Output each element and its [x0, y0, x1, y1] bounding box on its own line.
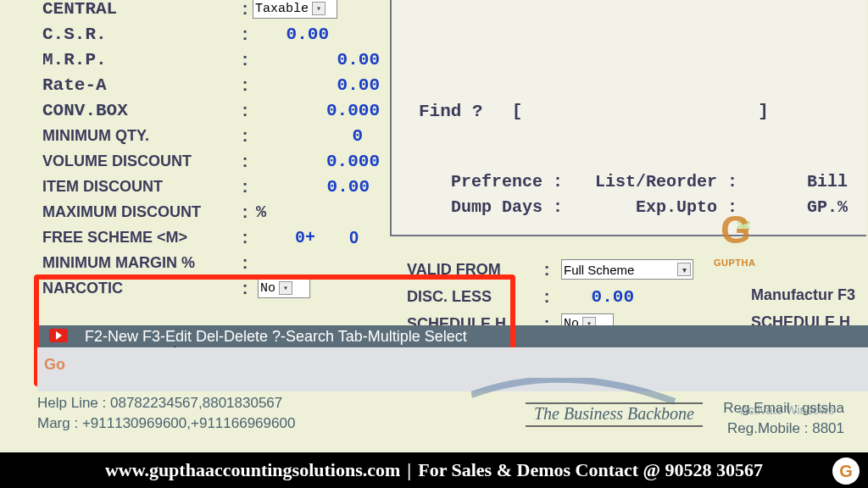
watermark-letter: G [721, 207, 751, 252]
help-line-1: Help Line : 08782234567,8801830567 [37, 393, 295, 413]
colon: : [237, 152, 253, 171]
footer-sep: | [407, 459, 411, 481]
business-backbone-tagline: The Business Backbone [526, 402, 703, 427]
under-status-area: Go [37, 347, 868, 391]
row-voldisc: VOLUME DISCOUNT : 0.000 [42, 148, 415, 174]
label-central: CENTRAL [42, 0, 237, 19]
row-central: CENTRAL : Taxable ▾ [42, 0, 415, 21]
value-mrp: 0.00 [253, 50, 380, 69]
value-itemdisc: 0.00 [253, 177, 370, 197]
row-convbox: CONV.BOX : 0.000 [42, 97, 415, 123]
chevron-down-icon: ▾ [279, 281, 292, 295]
reg-mobile-text: Reg.Mobile : 8801 [727, 420, 844, 437]
select-validfrom[interactable]: Full Scheme ▾ [561, 259, 693, 280]
label-mrp: M.R.P. [42, 50, 237, 69]
bracket-left: [ [512, 102, 523, 121]
colon: : [237, 279, 253, 298]
label-reorder: List/Reorder : [595, 172, 737, 191]
colon: : [237, 50, 253, 69]
footer-contact: For Sales & Demos Contact @ 90528 30567 [418, 459, 763, 481]
youtube-play-icon[interactable] [49, 329, 68, 342]
value-voldisc: 0.000 [253, 152, 380, 171]
value-discless: 0.00 [561, 287, 634, 307]
row-ratea: Rate-A : 0.00 [42, 72, 415, 97]
row-minmargin: MINIMUM MARGIN % : [42, 250, 415, 275]
watermark-caption: GUPTHA [714, 258, 755, 268]
label-csr: C.S.R. [42, 25, 237, 44]
row-itemdisc: ITEM DISCOUNT : 0.00 [42, 174, 415, 199]
chevron-down-icon: ▾ [677, 263, 691, 276]
percent-symbol: % [256, 202, 266, 222]
row-minqty: MINIMUM QTY. : 0 [42, 123, 415, 148]
value-ratea: 0.00 [253, 75, 380, 95]
label-freescheme: FREE SCHEME <M> [42, 229, 237, 247]
value-freescheme-left: 0+ [295, 228, 315, 247]
select-central-value: Taxable [255, 2, 309, 16]
row-maxdisc: MAXIMUM DISCOUNT : % [42, 199, 415, 225]
guptha-watermark: ❃ G GUPTHA [712, 212, 763, 263]
label-manufactur: Manufactur F3 [751, 286, 855, 313]
select-validfrom-value: Full Scheme [564, 263, 634, 277]
colon: : [237, 0, 253, 19]
label-convbox: CONV.BOX [42, 101, 237, 120]
row-csr: C.S.R. : 0.00 [42, 21, 415, 47]
label-itemdisc: ITEM DISCOUNT [42, 178, 237, 196]
label-ratea: Rate-A [42, 75, 237, 95]
help-phone-block: Help Line : 08782234567,8801830567 Marg … [37, 393, 295, 434]
colon: : [237, 228, 253, 247]
colon: : [539, 260, 554, 280]
bracket-right: ] [758, 102, 769, 121]
colon: : [237, 75, 253, 95]
keyboard-help-text: F2-New F3-Edit Del-Delete ?-Search Tab-M… [85, 328, 467, 346]
value-convbox: 0.000 [253, 101, 380, 120]
label-dumpdays: Dump Days : [451, 197, 563, 217]
help-line-2: Marg : +911130969600,+911166969600 [37, 413, 295, 434]
label-voldisc: VOLUME DISCOUNT [42, 152, 237, 170]
colon: : [237, 202, 253, 222]
colon: : [237, 177, 253, 197]
colon: : [237, 126, 253, 146]
colon: : [237, 253, 253, 273]
left-form-column: CENTRAL : Taxable ▾ C.S.R. : 0.00 M.R.P.… [42, 0, 415, 301]
label-maxdisc: MAXIMUM DISCOUNT [42, 203, 237, 221]
row-validfrom: VALID FROM : Full Scheme ▾ [407, 256, 693, 283]
label-prefrence: Prefrence : [451, 172, 563, 191]
select-narcotic-value: No [260, 281, 275, 296]
footer-site: www.gupthaaccountingsolutions.com [105, 459, 400, 481]
value-freescheme-right: 0 [349, 228, 359, 247]
label-narcotic: NARCOTIC [42, 280, 237, 297]
label-minmargin: MINIMUM MARGIN % [42, 254, 237, 272]
label-minqty: MINIMUM QTY. [42, 127, 237, 145]
row-mrp: M.R.P. : 0.00 [42, 47, 415, 72]
label-bill: Bill [807, 172, 848, 191]
label-gp: GP.% [807, 197, 848, 217]
keyboard-help-bar: F2-New F3-Edit Del-Delete ?-Search Tab-M… [37, 325, 868, 347]
right-panel: Find ? [ ] Prefrence : List/Reorder : Bi… [390, 0, 866, 236]
screen: CENTRAL : Taxable ▾ C.S.R. : 0.00 M.R.P.… [0, 0, 868, 488]
select-central[interactable]: Taxable ▾ [253, 0, 337, 19]
find-label: Find ? [419, 102, 483, 121]
reg-email-text: Reg.Email : gstsha [723, 400, 844, 417]
colon: : [237, 25, 253, 44]
label-validfrom: VALID FROM [407, 261, 539, 279]
footer-bar: www.gupthaaccountingsolutions.com | For … [0, 452, 868, 488]
chevron-down-icon: ▾ [312, 2, 326, 15]
footer-logo-letter: G [839, 462, 853, 481]
select-narcotic[interactable]: No ▾ [258, 278, 310, 298]
colon: : [539, 287, 554, 307]
find-row: Find ? [ ] [419, 102, 769, 121]
value-csr: 0.00 [253, 25, 329, 44]
colon: : [237, 101, 253, 120]
row-narcotic: NARCOTIC : No ▾ [42, 275, 415, 301]
row-discless: DISC. LESS : 0.00 [407, 283, 693, 310]
footer-logo-icon: G [832, 458, 860, 485]
row-freescheme: FREE SCHEME <M> : 0+ 0 [42, 225, 415, 250]
value-minqty: 0 [253, 126, 363, 146]
label-discless: DISC. LESS [407, 288, 539, 306]
blur-go-text: Go [44, 356, 65, 374]
